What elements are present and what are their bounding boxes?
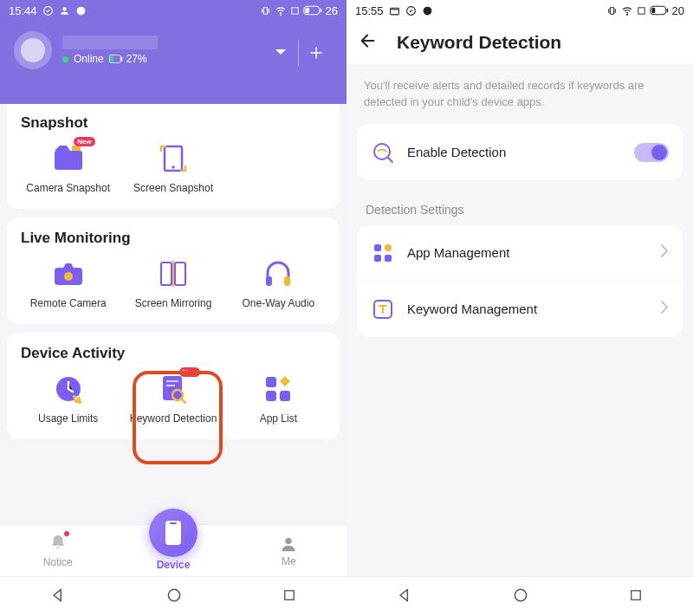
new-badge: New xyxy=(179,367,200,377)
enable-detection-row[interactable]: Enable Detection xyxy=(357,125,683,180)
text-box-icon xyxy=(372,298,394,321)
nav-recent-button[interactable] xyxy=(282,587,297,606)
svg-rect-48 xyxy=(385,255,392,262)
nav-home-button[interactable] xyxy=(512,587,529,607)
nav-back-button[interactable] xyxy=(49,587,67,607)
one-way-audio-button[interactable]: One-Way Audio xyxy=(228,257,329,310)
tab-device[interactable]: Device xyxy=(134,531,212,571)
globe-icon xyxy=(75,5,87,16)
svg-rect-8 xyxy=(305,8,309,13)
profile-header: Online 27% xyxy=(0,21,346,104)
svg-rect-53 xyxy=(631,590,641,600)
avatar[interactable] xyxy=(14,31,52,69)
battery-small-icon xyxy=(109,55,123,63)
svg-point-1 xyxy=(62,7,66,10)
screen-snapshot-button[interactable]: Screen Snapshot xyxy=(122,142,223,195)
vibrate-icon xyxy=(260,5,271,16)
svg-rect-45 xyxy=(651,8,655,13)
svg-point-39 xyxy=(423,6,431,15)
online-dot-icon xyxy=(62,56,68,62)
arrow-left-icon xyxy=(359,31,378,50)
svg-point-50 xyxy=(385,244,392,251)
svg-point-34 xyxy=(286,537,292,543)
svg-rect-21 xyxy=(266,276,272,286)
triangle-back-icon xyxy=(49,587,67,604)
headphones-icon xyxy=(263,259,293,289)
svg-rect-44 xyxy=(666,9,668,13)
sync-icon xyxy=(405,5,417,16)
dropdown-button[interactable] xyxy=(263,40,298,66)
battery-pct: 27% xyxy=(126,53,147,65)
svg-rect-22 xyxy=(284,276,290,286)
page-subtitle: You'll receive alerts and detailed recor… xyxy=(346,64,693,125)
camera-snapshot-button[interactable]: New Camera Snapshot xyxy=(17,142,119,195)
svg-rect-30 xyxy=(280,391,290,401)
svg-rect-29 xyxy=(266,377,276,387)
apps-grid-icon xyxy=(372,243,393,263)
activity-title: Device Activity xyxy=(17,345,329,362)
snapshot-title: Snapshot xyxy=(17,114,329,132)
square-icon xyxy=(290,6,300,16)
remote-camera-button[interactable]: Remote Camera xyxy=(17,257,119,310)
screen-mirroring-button[interactable]: Screen Mirroring xyxy=(122,257,223,310)
wifi-icon xyxy=(621,5,633,16)
settings-card: App Management Keyword Management xyxy=(357,225,683,337)
svg-point-2 xyxy=(76,6,85,15)
page-header: Keyword Detection xyxy=(346,21,693,64)
svg-point-15 xyxy=(172,165,175,169)
enable-toggle[interactable] xyxy=(634,143,669,162)
circle-home-icon xyxy=(165,587,183,604)
folder-icon xyxy=(389,5,400,16)
svg-point-52 xyxy=(515,589,526,600)
svg-rect-11 xyxy=(110,56,113,62)
back-button[interactable] xyxy=(359,31,378,54)
nav-recent-button[interactable] xyxy=(628,587,644,606)
svg-rect-5 xyxy=(291,7,297,13)
nav-back-button[interactable] xyxy=(396,587,413,607)
sync-icon xyxy=(42,5,54,16)
nav-home-button[interactable] xyxy=(165,587,183,607)
keyword-detection-button[interactable]: New Keyword Detection xyxy=(122,373,223,425)
svg-rect-32 xyxy=(165,521,181,545)
svg-rect-7 xyxy=(320,9,321,13)
tab-me[interactable]: Me xyxy=(249,535,327,567)
detection-icon xyxy=(372,141,394,164)
svg-rect-31 xyxy=(266,391,276,401)
svg-rect-49 xyxy=(374,255,381,262)
profile-name xyxy=(62,36,158,49)
battery-icon xyxy=(303,5,322,16)
usage-limits-button[interactable]: Usage Limits xyxy=(17,373,119,425)
activity-card: Device Activity Usage Limits New Keyword… xyxy=(7,333,340,439)
status-time: 15:44 xyxy=(9,4,37,17)
plus-icon xyxy=(308,45,324,61)
bottom-tabs: Notice Device Me xyxy=(0,524,346,576)
svg-point-35 xyxy=(168,589,179,600)
svg-rect-42 xyxy=(638,7,644,13)
notification-dot-icon xyxy=(64,531,69,536)
android-navbar xyxy=(0,576,346,616)
camera-icon xyxy=(53,261,84,287)
snapshot-card: Snapshot New Camera Snapshot Screen Snap… xyxy=(7,104,340,209)
chevron-right-icon xyxy=(661,244,669,261)
page-title: Keyword Detection xyxy=(397,32,561,53)
svg-point-41 xyxy=(626,14,627,15)
enable-card: Enable Detection xyxy=(357,125,683,180)
tab-notice[interactable]: Notice xyxy=(19,533,97,568)
add-button[interactable] xyxy=(298,40,333,66)
apps-icon xyxy=(264,375,292,403)
svg-rect-26 xyxy=(166,380,178,382)
svg-rect-40 xyxy=(610,7,613,14)
online-label: Online xyxy=(74,53,104,65)
app-list-button[interactable]: App List xyxy=(228,373,329,425)
status-battery: 20 xyxy=(672,4,684,17)
keyword-management-row[interactable]: Keyword Management xyxy=(357,281,683,337)
svg-rect-36 xyxy=(285,590,295,600)
square-recent-icon xyxy=(282,587,297,603)
enable-label: Enable Detection xyxy=(407,145,622,159)
svg-rect-27 xyxy=(166,385,175,386)
chevron-right-icon xyxy=(661,301,669,317)
caret-down-icon xyxy=(275,49,287,57)
document-search-icon xyxy=(159,374,188,404)
app-management-row[interactable]: App Management xyxy=(357,225,683,281)
android-navbar xyxy=(346,576,693,616)
